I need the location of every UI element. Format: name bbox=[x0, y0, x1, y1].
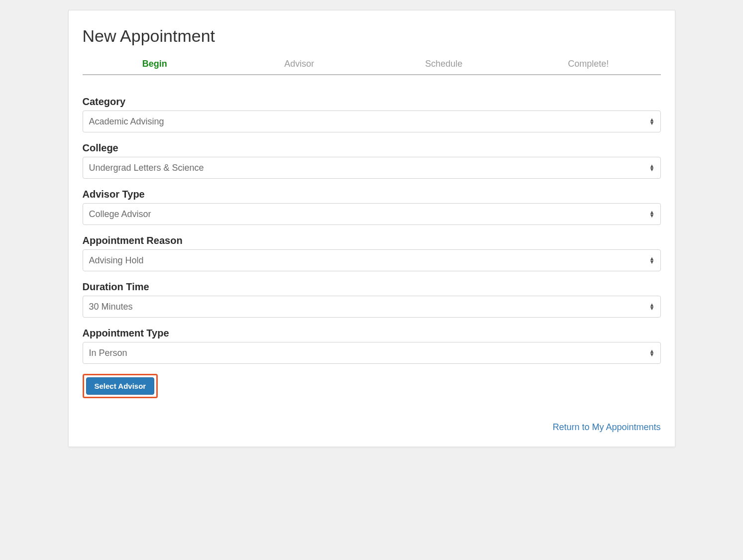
tab-begin[interactable]: Begin bbox=[83, 55, 227, 74]
appointment-type-label: Appointment Type bbox=[83, 328, 661, 339]
page-title: New Appointment bbox=[83, 26, 661, 46]
advisor-type-select[interactable]: College Advisor bbox=[83, 203, 661, 225]
tab-advisor[interactable]: Advisor bbox=[227, 55, 372, 74]
appointment-type-select[interactable]: In Person bbox=[83, 342, 661, 364]
appointment-panel: New Appointment Begin Advisor Schedule C… bbox=[68, 10, 675, 447]
step-tabs: Begin Advisor Schedule Complete! bbox=[83, 55, 661, 75]
select-advisor-highlight: Select Advisor bbox=[83, 374, 158, 398]
duration-time-select[interactable]: 30 Minutes bbox=[83, 296, 661, 318]
tab-complete[interactable]: Complete! bbox=[516, 55, 661, 74]
appointment-reason-select[interactable]: Advising Hold bbox=[83, 249, 661, 271]
category-label: Category bbox=[83, 96, 661, 108]
actions-row: Select Advisor bbox=[83, 374, 661, 398]
duration-time-select-wrap: 30 Minutes ▲▼ bbox=[83, 296, 661, 318]
tab-schedule[interactable]: Schedule bbox=[372, 55, 517, 74]
category-select-wrap: Academic Advising ▲▼ bbox=[83, 111, 661, 132]
return-link-row: Return to My Appointments bbox=[83, 422, 661, 433]
tab-label: Complete! bbox=[568, 59, 609, 69]
select-advisor-button[interactable]: Select Advisor bbox=[86, 377, 155, 395]
duration-time-label: Duration Time bbox=[83, 281, 661, 293]
advisor-type-label: Advisor Type bbox=[83, 189, 661, 200]
appointment-type-select-wrap: In Person ▲▼ bbox=[83, 342, 661, 364]
tab-label: Begin bbox=[142, 59, 167, 69]
college-label: College bbox=[83, 142, 661, 154]
tab-label: Advisor bbox=[284, 59, 314, 69]
appointment-reason-label: Appointment Reason bbox=[83, 235, 661, 246]
tab-label: Schedule bbox=[425, 59, 462, 69]
college-select[interactable]: Undergrad Letters & Science bbox=[83, 157, 661, 179]
appointment-reason-select-wrap: Advising Hold ▲▼ bbox=[83, 249, 661, 271]
advisor-type-select-wrap: College Advisor ▲▼ bbox=[83, 203, 661, 225]
category-select[interactable]: Academic Advising bbox=[83, 111, 661, 132]
college-select-wrap: Undergrad Letters & Science ▲▼ bbox=[83, 157, 661, 179]
return-to-appointments-link[interactable]: Return to My Appointments bbox=[552, 422, 660, 432]
